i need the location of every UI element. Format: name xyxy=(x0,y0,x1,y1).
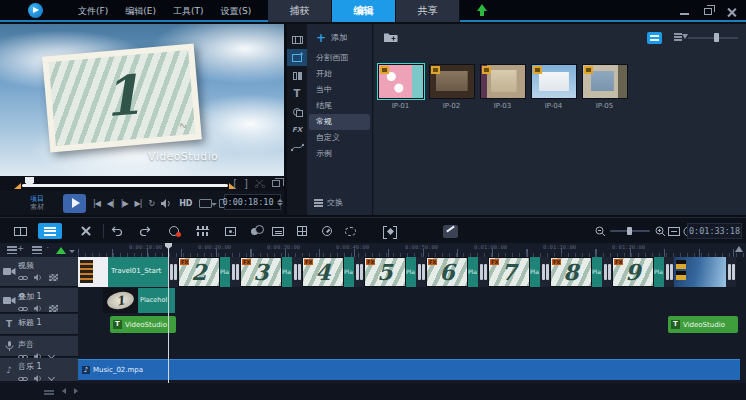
transitions-icon[interactable] xyxy=(287,67,307,84)
add-folder-icon[interactable] xyxy=(384,32,398,43)
link-icon[interactable] xyxy=(18,306,28,312)
chevron-down-icon[interactable] xyxy=(48,374,55,381)
placeholder-stub[interactable]: Pla xyxy=(592,257,602,287)
list-view-toggle-icon[interactable] xyxy=(647,32,662,44)
category-general[interactable]: 常规 xyxy=(309,114,370,130)
redo-icon[interactable] xyxy=(137,223,153,239)
intro-clip[interactable]: Travel01_Start xyxy=(108,257,168,287)
swap-button[interactable]: 交换 xyxy=(314,197,343,208)
undo-icon[interactable] xyxy=(109,223,125,239)
template-thumbnail[interactable] xyxy=(429,64,475,99)
dropdown-caret-icon[interactable] xyxy=(69,250,75,253)
scrubber-track[interactable] xyxy=(22,184,228,187)
mode-clip[interactable]: 素材 xyxy=(30,203,56,211)
thumbnail-zoom-slider[interactable] xyxy=(688,37,738,39)
chroma-key-dropdown-icon[interactable] xyxy=(56,247,66,254)
record-capture-icon[interactable] xyxy=(166,223,182,239)
voice-track-content[interactable] xyxy=(78,336,746,357)
timeline-ruler[interactable]: 0:00:10:00 0:00:20:00 0:00:30:00 0:00:40… xyxy=(78,243,746,257)
instant-project-icon[interactable] xyxy=(287,49,307,66)
motion-tracking-icon[interactable] xyxy=(222,223,238,239)
video-clip-9[interactable]: FX9 xyxy=(612,257,654,287)
track-volume-icon[interactable] xyxy=(34,274,43,281)
placeholder-stub[interactable]: Pla xyxy=(468,257,478,287)
preview-timecode[interactable]: 0:00:18:10 xyxy=(224,194,281,210)
subtitle-editor-icon[interactable] xyxy=(270,223,286,239)
category-middle[interactable]: 当中 xyxy=(307,82,372,98)
tab-edit[interactable]: 编辑 xyxy=(332,0,396,22)
mark-out-icon[interactable]: ] xyxy=(244,178,248,189)
end-button[interactable]: ▶| xyxy=(135,199,142,208)
play-button[interactable] xyxy=(63,194,86,213)
timeline-zoom-slider[interactable] xyxy=(610,230,650,232)
video-clip-5[interactable]: FX5 xyxy=(364,257,406,287)
transition-icon[interactable] xyxy=(664,257,674,287)
video-track-header[interactable]: 视频 xyxy=(0,257,78,287)
link-icon[interactable] xyxy=(18,376,28,382)
category-splitscreen[interactable]: 分割画面 xyxy=(307,50,372,66)
transition-icon[interactable] xyxy=(416,257,426,287)
motion-path-icon[interactable] xyxy=(287,139,307,156)
title-clip[interactable]: T VideoStudio xyxy=(110,316,176,333)
link-icon[interactable] xyxy=(18,275,28,281)
template-thumbnail[interactable] xyxy=(480,64,526,99)
transition-icon[interactable] xyxy=(292,257,302,287)
restore-button[interactable] xyxy=(704,8,712,15)
template-item[interactable]: IP-04 xyxy=(528,64,579,110)
overlay-track-header[interactable]: 叠加 1 xyxy=(0,288,78,313)
menu-file[interactable]: 文件(F) xyxy=(78,5,108,18)
placeholder-stub[interactable]: Pla xyxy=(220,257,230,287)
category-opening[interactable]: 开始 xyxy=(307,66,372,82)
scroll-left-icon[interactable] xyxy=(62,388,66,394)
transition-icon[interactable] xyxy=(478,257,488,287)
track-list-icon[interactable] xyxy=(32,246,42,254)
titles-icon[interactable]: T xyxy=(287,85,307,102)
template-item[interactable]: IP-01 xyxy=(375,64,426,110)
template-thumbnail[interactable] xyxy=(531,64,577,99)
video-clip-3[interactable]: FX3 xyxy=(240,257,282,287)
filters-icon[interactable]: FX xyxy=(287,121,307,138)
sort-icon[interactable] xyxy=(674,33,682,35)
voice-track-header[interactable]: 声音 xyxy=(0,336,78,357)
next-frame-button[interactable]: |▶ xyxy=(121,199,128,208)
minimize-button[interactable] xyxy=(680,13,689,15)
template-item[interactable]: IP-05 xyxy=(579,64,630,110)
placeholder-stub[interactable]: Pla xyxy=(654,257,664,287)
crossed-tools-icon[interactable] xyxy=(78,223,94,239)
tab-share[interactable]: 共享 xyxy=(396,0,460,22)
split-clip-icon[interactable] xyxy=(255,179,265,188)
zoom-out-icon[interactable] xyxy=(592,223,608,239)
title-track-header[interactable]: T 标题 1 xyxy=(0,314,78,335)
transition-icon[interactable] xyxy=(168,257,178,287)
sound-mixer-icon[interactable] xyxy=(194,223,210,239)
multicam-editor-icon[interactable] xyxy=(294,223,310,239)
transition-icon[interactable] xyxy=(540,257,550,287)
video-clip-4[interactable]: FX4 xyxy=(302,257,344,287)
scroll-right-icon[interactable] xyxy=(74,388,78,394)
volume-icon[interactable] xyxy=(161,199,172,208)
track-transparency-icon[interactable] xyxy=(382,223,398,239)
transition-icon[interactable] xyxy=(354,257,364,287)
enlarge-dropdown-icon[interactable] xyxy=(199,199,212,208)
transparency-checker-icon[interactable] xyxy=(49,305,58,312)
menu-edit[interactable]: 编辑(E) xyxy=(125,5,156,18)
upgrade-arrow-icon[interactable] xyxy=(476,4,488,17)
transition-icon[interactable] xyxy=(230,257,240,287)
video-clip-2[interactable]: FX2 xyxy=(178,257,220,287)
track-volume-icon[interactable] xyxy=(34,375,43,382)
track-manager-icon[interactable] xyxy=(7,246,17,254)
music-clip[interactable]: ♪ Music_02.mpa xyxy=(78,359,740,380)
transition-icon[interactable] xyxy=(726,257,736,287)
mark-in-icon[interactable]: [ xyxy=(233,178,237,189)
painting-creator-icon[interactable] xyxy=(246,223,262,239)
scroll-up-icon[interactable] xyxy=(735,246,743,252)
playhead[interactable] xyxy=(168,243,169,383)
video-clip-6[interactable]: FX6 xyxy=(426,257,468,287)
placeholder-stub[interactable]: Pla xyxy=(282,257,292,287)
timeline-zoom-thumb[interactable] xyxy=(627,227,632,235)
placeholder-stub[interactable]: Pla xyxy=(406,257,416,287)
track-volume-icon[interactable] xyxy=(34,305,43,312)
ruler-unit-icon[interactable] xyxy=(44,390,54,392)
tab-capture[interactable]: 捕获 xyxy=(268,0,332,22)
menu-tools[interactable]: 工具(T) xyxy=(173,5,204,18)
